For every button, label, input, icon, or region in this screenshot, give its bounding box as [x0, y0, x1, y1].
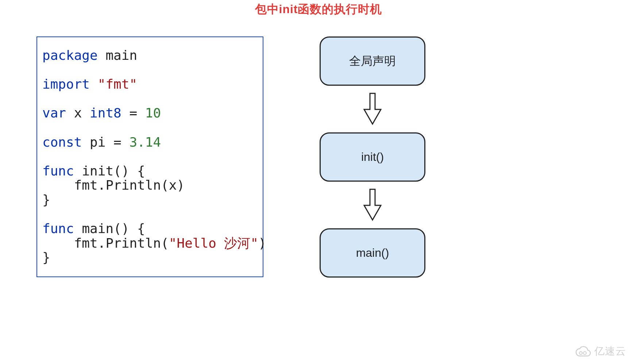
flow-step-main: main() — [320, 228, 425, 278]
keyword-func: func — [42, 221, 74, 236]
keyword-var: var — [42, 105, 66, 120]
code-text: fmt.Println(x) — [42, 178, 185, 193]
code-snippet: package main import "fmt" var x int8 = 1… — [36, 36, 263, 277]
flow-step-global-decl: 全局声明 — [320, 36, 425, 86]
code-text: x — [66, 105, 90, 120]
arrow-down-icon — [363, 189, 382, 221]
string-literal: "Hello 沙河" — [169, 236, 258, 251]
watermark: 亿速云 — [575, 344, 626, 358]
string-literal: "fmt" — [90, 77, 137, 92]
code-text: ) — [258, 236, 266, 251]
code-text: fmt.Println( — [42, 236, 169, 251]
diagram-title: 包中init函数的执行时机 — [0, 1, 637, 18]
flow-step-label: 全局声明 — [349, 53, 396, 69]
flowchart: 全局声明 init() main() — [320, 36, 425, 278]
type-int8: int8 — [90, 105, 121, 120]
code-text: init() { — [74, 163, 145, 178]
watermark-text: 亿速云 — [594, 344, 626, 358]
code-text: main — [98, 48, 137, 63]
flow-step-label: init() — [361, 150, 384, 164]
svg-point-1 — [583, 352, 586, 355]
svg-point-0 — [579, 352, 582, 355]
number-literal: 3.14 — [129, 135, 161, 150]
cloud-icon — [575, 346, 591, 357]
code-text: } — [42, 192, 50, 207]
code-text: main() { — [74, 221, 145, 236]
number-literal: 10 — [145, 105, 161, 120]
keyword-package: package — [42, 48, 98, 63]
code-text: pi — [82, 135, 113, 150]
keyword-func: func — [42, 163, 74, 178]
code-text: } — [42, 250, 50, 265]
flow-step-init: init() — [320, 132, 425, 182]
arrow-down-icon — [363, 93, 382, 125]
flow-arrow — [363, 182, 382, 228]
flow-step-label: main() — [356, 246, 389, 260]
flow-arrow — [363, 86, 382, 132]
code-text: = — [113, 135, 129, 150]
keyword-import: import — [42, 77, 90, 92]
code-text: = — [121, 105, 145, 120]
keyword-const: const — [42, 135, 82, 150]
